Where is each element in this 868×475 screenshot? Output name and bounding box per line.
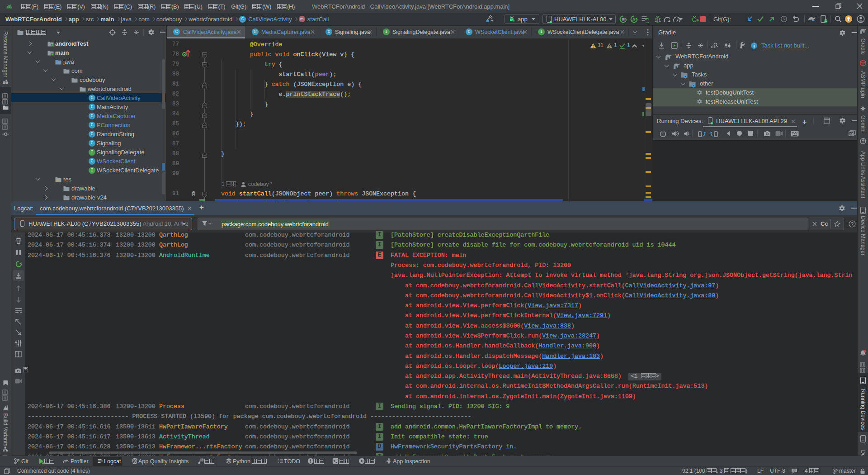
svg-text:A: A: [632, 17, 636, 22]
